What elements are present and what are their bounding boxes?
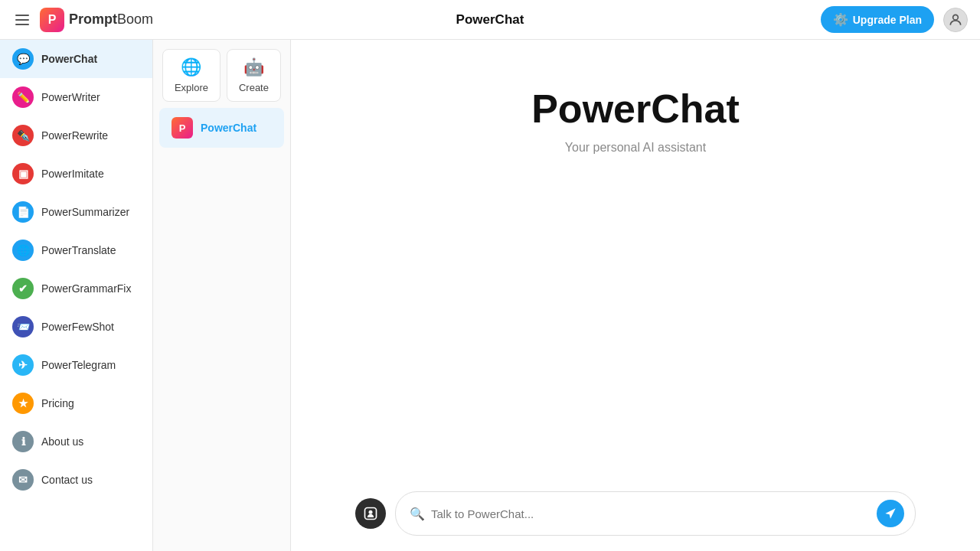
sidebar-item-powergrammarfix-label: PowerGrammarFix bbox=[41, 282, 131, 295]
upgrade-plan-button[interactable]: ⚙️ Upgrade Plan bbox=[821, 6, 934, 33]
logo-p-icon: P bbox=[40, 8, 64, 32]
main-content: PowerChat Your personal AI assistant 🔍 bbox=[291, 40, 980, 551]
search-icon: 🔍 bbox=[410, 507, 425, 521]
sidebar-item-powerchat[interactable]: 💬PowerChat bbox=[0, 40, 152, 78]
chat-input[interactable] bbox=[431, 507, 871, 520]
send-button[interactable] bbox=[877, 500, 904, 527]
tab-explore-icon: 🌐 bbox=[181, 57, 201, 77]
sidebar-item-pricing-label: Pricing bbox=[41, 397, 74, 409]
sidebar-item-powertranslate[interactable]: 🌐PowerTranslate bbox=[0, 231, 152, 269]
sidebar-item-powergrammarfix[interactable]: ✔PowerGrammarFix bbox=[0, 269, 152, 308]
main-layout: 💬PowerChat✏️PowerWriter✒️PowerRewrite▣Po… bbox=[0, 40, 980, 551]
secondary-powerchat-logo: P bbox=[172, 117, 193, 139]
gear-icon: ⚙️ bbox=[833, 12, 848, 27]
powerwriter-icon: ✏️ bbox=[12, 86, 34, 108]
content-area: PowerChat Your personal AI assistant bbox=[291, 40, 980, 551]
powertelegram-icon: ✈ bbox=[12, 354, 34, 376]
sidebar-item-powerimitate-label: PowerImitate bbox=[41, 168, 104, 180]
svg-point-2 bbox=[369, 510, 373, 514]
powerfewshot-icon: 📨 bbox=[12, 316, 34, 337]
sidebar-item-powerchat-label: PowerChat bbox=[41, 53, 97, 65]
tab-create-label: Create bbox=[239, 82, 269, 93]
sidebar-item-contact-label: Contact us bbox=[41, 474, 93, 486]
header: P PromptBoom PowerChat ⚙️ Upgrade Plan bbox=[0, 0, 980, 40]
powergrammarfix-icon: ✔ bbox=[12, 278, 34, 299]
sidebar-item-powertranslate-label: PowerTranslate bbox=[41, 244, 116, 256]
tab-explore-label: Explore bbox=[175, 82, 208, 93]
sidebar-item-powerwriter[interactable]: ✏️PowerWriter bbox=[0, 78, 152, 116]
sidebar-item-powerfewshot-label: PowerFewShot bbox=[41, 321, 114, 333]
sidebar-item-powerimitate[interactable]: ▣PowerImitate bbox=[0, 155, 152, 193]
sidebar-item-powersummarizer-label: PowerSummarizer bbox=[41, 206, 129, 218]
tab-create[interactable]: 🤖Create bbox=[227, 49, 281, 102]
sidebar-item-about[interactable]: ℹAbout us bbox=[0, 422, 152, 461]
powerchat-icon: 💬 bbox=[12, 48, 34, 70]
secondary-nav-powerchat[interactable]: PPowerChat bbox=[159, 108, 284, 148]
tab-buttons: 🌐Explore🤖Create bbox=[153, 40, 290, 102]
sidebar-item-powerwriter-label: PowerWriter bbox=[41, 91, 100, 103]
secondary-panel: 🌐Explore🤖Create PPowerChat bbox=[153, 40, 291, 551]
sidebar-item-pricing[interactable]: ★Pricing bbox=[0, 384, 152, 422]
user-avatar[interactable] bbox=[943, 8, 968, 32]
header-title: PowerChat bbox=[456, 12, 524, 28]
chat-input-area: 🔍 bbox=[291, 491, 980, 536]
main-title: PowerChat bbox=[531, 86, 740, 132]
logo: P PromptBoom bbox=[40, 8, 153, 32]
sidebar: 💬PowerChat✏️PowerWriter✒️PowerRewrite▣Po… bbox=[0, 40, 153, 551]
chat-avatar-button[interactable] bbox=[355, 498, 386, 529]
powerrewrite-icon: ✒️ bbox=[12, 125, 34, 146]
menu-icon[interactable] bbox=[12, 11, 32, 28]
about-icon: ℹ bbox=[12, 431, 34, 452]
tab-create-icon: 🤖 bbox=[243, 57, 264, 77]
sidebar-item-powerrewrite[interactable]: ✒️PowerRewrite bbox=[0, 116, 152, 155]
powertranslate-icon: 🌐 bbox=[12, 240, 34, 261]
secondary-nav-powerchat-label: PowerChat bbox=[201, 122, 256, 134]
sidebar-item-powertelegram[interactable]: ✈PowerTelegram bbox=[0, 346, 152, 384]
main-subtitle: Your personal AI assistant bbox=[565, 141, 706, 155]
header-left: P PromptBoom bbox=[12, 8, 153, 32]
svg-point-0 bbox=[953, 15, 959, 20]
sidebar-item-powertelegram-label: PowerTelegram bbox=[41, 359, 116, 371]
sidebar-item-powerrewrite-label: PowerRewrite bbox=[41, 129, 108, 142]
tab-explore[interactable]: 🌐Explore bbox=[162, 49, 220, 102]
header-right: ⚙️ Upgrade Plan bbox=[821, 6, 968, 33]
chat-input-wrapper: 🔍 bbox=[395, 491, 916, 536]
sidebar-item-contact[interactable]: ✉Contact us bbox=[0, 461, 152, 499]
sidebar-item-powersummarizer[interactable]: 📄PowerSummarizer bbox=[0, 193, 152, 231]
logo-text: PromptBoom bbox=[69, 11, 153, 28]
contact-icon: ✉ bbox=[12, 469, 34, 491]
upgrade-label: Upgrade Plan bbox=[853, 14, 922, 26]
pricing-icon: ★ bbox=[12, 393, 34, 414]
powerimitate-icon: ▣ bbox=[12, 163, 34, 184]
sidebar-item-powerfewshot[interactable]: 📨PowerFewShot bbox=[0, 308, 152, 346]
powersummarizer-icon: 📄 bbox=[12, 201, 34, 223]
sidebar-item-about-label: About us bbox=[41, 435, 83, 448]
